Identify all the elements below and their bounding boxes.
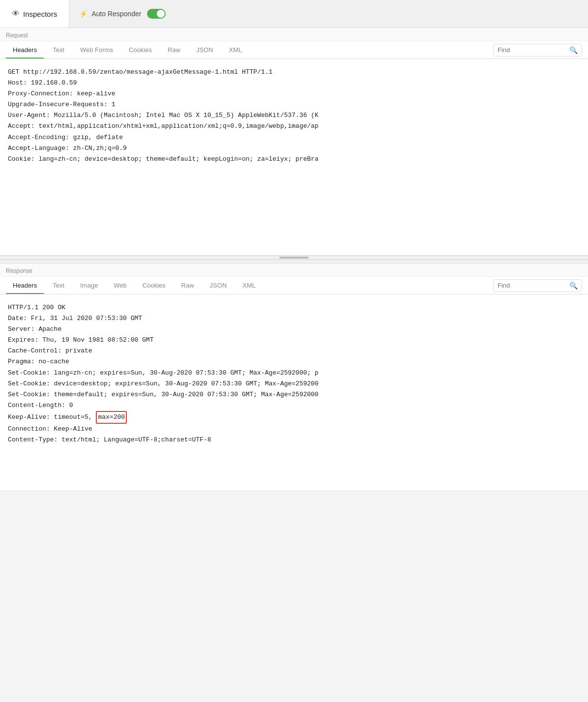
response-line-6: Pragma: no-cache	[8, 356, 580, 367]
response-content: HTTP/1.1 200 OK Date: Fri, 31 Jul 2020 0…	[0, 294, 588, 491]
response-line-11: Keep-Alive: timeout=5, max=200	[8, 411, 580, 424]
response-line-7: Set-Cookie: lang=zh-cn; expires=Sun, 30-…	[8, 368, 580, 379]
auto-responder-toggle[interactable]	[147, 9, 166, 19]
request-search-icon[interactable]: 🔍	[569, 46, 578, 54]
request-line-8: Accept-Language: zh-CN,zh;q=0.9	[8, 143, 580, 154]
request-tab-bar: Headers Text Web Forms Cookies Raw JSON …	[0, 41, 588, 59]
response-line-5: Cache-Control: private	[8, 346, 580, 356]
response-tab-xml[interactable]: XML	[235, 277, 263, 294]
inspectors-tab[interactable]: 👁 Inspectors	[0, 0, 69, 28]
response-tab-cookies[interactable]: Cookies	[136, 277, 173, 294]
request-line-1: GET http://192.168.0.59/zentao/message-a…	[8, 67, 580, 78]
request-scrollbar[interactable]	[0, 256, 588, 260]
request-tab-raw[interactable]: Raw	[161, 41, 187, 58]
request-find-box[interactable]: 🔍	[493, 44, 582, 57]
response-tab-headers[interactable]: Headers	[6, 277, 44, 294]
request-tab-cookies[interactable]: Cookies	[122, 41, 159, 58]
request-line-4: Upgrade-Insecure-Requests: 1	[8, 99, 580, 110]
highlight-max200: max=200	[96, 411, 127, 424]
request-line-3: Proxy-Connection: keep-alive	[8, 88, 580, 99]
request-scrollbar-thumb	[279, 257, 309, 259]
response-line-12: Connection: Keep-Alive	[8, 424, 580, 435]
request-tab-xml[interactable]: XML	[222, 41, 249, 58]
request-line-5: User-Agent: Mozilla/5.0 (Macintosh; Inte…	[8, 110, 580, 121]
auto-responder-label: Auto Responder	[91, 10, 141, 18]
request-section-label: Request	[0, 28, 588, 41]
inspectors-label: Inspectors	[23, 10, 57, 18]
request-tab-webforms[interactable]: Web Forms	[73, 41, 120, 58]
response-search-icon[interactable]: 🔍	[569, 282, 578, 290]
response-tab-text[interactable]: Text	[46, 277, 71, 294]
response-line-2: Date: Fri, 31 Jul 2020 07:53:30 GMT	[8, 313, 580, 324]
response-tab-raw[interactable]: Raw	[175, 277, 201, 294]
response-tab-image[interactable]: Image	[73, 277, 105, 294]
response-line-4: Expires: Thu, 19 Nov 1981 08:52:00 GMT	[8, 335, 580, 346]
response-line-10: Content-Length: 0	[8, 400, 580, 411]
eye-icon: 👁	[12, 9, 20, 18]
request-line-2: Host: 192.168.0.59	[8, 78, 580, 88]
response-line-3: Server: Apache	[8, 324, 580, 335]
response-find-box[interactable]: 🔍	[493, 279, 582, 292]
toggle-knob	[157, 10, 165, 18]
request-content: GET http://192.168.0.59/zentao/message-a…	[0, 59, 588, 256]
section-divider	[0, 260, 588, 263]
response-tab-bar: Headers Text Image Web Cookies Raw JSON …	[0, 277, 588, 294]
response-tab-web[interactable]: Web	[107, 277, 134, 294]
response-line-8: Set-Cookie: device=desktop; expires=Sun,…	[8, 379, 580, 389]
response-line-1: HTTP/1.1 200 OK	[8, 302, 580, 313]
request-find-input[interactable]	[498, 46, 566, 54]
request-tab-json[interactable]: JSON	[189, 41, 220, 58]
response-find-input[interactable]	[498, 282, 566, 289]
response-tab-json[interactable]: JSON	[203, 277, 234, 294]
top-bar: 👁 Inspectors ⚡ Auto Responder	[0, 0, 588, 28]
request-line-7: Accept-Encoding: gzip, deflate	[8, 132, 580, 143]
response-line-9: Set-Cookie: theme=default; expires=Sun, …	[8, 389, 580, 400]
response-section-label: Response	[0, 263, 588, 277]
request-line-9: Cookie: lang=zh-cn; device=desktop; them…	[8, 154, 580, 165]
response-line-13: Content-Type: text/html; Language=UTF-8;…	[8, 435, 580, 445]
auto-responder-tab[interactable]: ⚡ Auto Responder	[69, 0, 176, 28]
request-tab-text[interactable]: Text	[46, 41, 71, 58]
request-line-6: Accept: text/html,application/xhtml+xml,…	[8, 121, 580, 132]
bolt-icon: ⚡	[79, 10, 88, 18]
request-tab-headers[interactable]: Headers	[6, 41, 44, 58]
